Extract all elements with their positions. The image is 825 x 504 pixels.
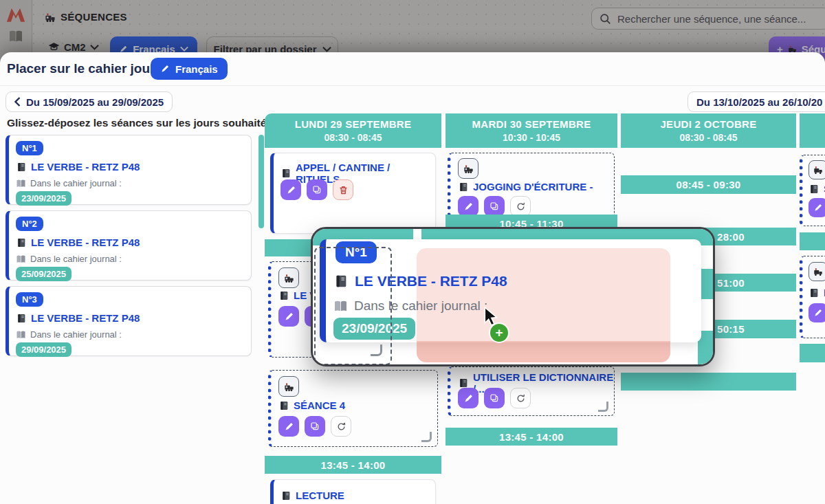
seance-number-badge: N°3 [16, 292, 43, 307]
session-title: LECTURE [296, 490, 344, 501]
edit-button[interactable] [808, 303, 825, 322]
day-first-slot: 10:30 - 10:45 [446, 132, 617, 143]
chevron-left-icon [14, 97, 21, 107]
time-slot-bar[interactable]: 13:45 - 14:00 [446, 428, 617, 446]
seance-title: LE VERBE - RETZ P48 [31, 237, 140, 248]
notebook-icon [808, 184, 820, 195]
notebook-icon [280, 168, 292, 179]
time-slot-bar[interactable]: 13:45 - 14:00 [265, 456, 441, 474]
drag-drop-hint: Glissez-déposez les séances sur les jour… [7, 117, 275, 129]
duplicate-button[interactable] [305, 416, 325, 437]
open-book-icon [16, 331, 26, 339]
calendar-session-partial-1[interactable]: S [800, 155, 825, 226]
day-first-slot: 08:30 - 08:45 [265, 132, 441, 143]
drag-preview-magnifier: N°1 LE VERBE - RETZ P48 Dans le cahier j… [311, 227, 715, 366]
edit-button[interactable] [808, 198, 825, 217]
day-first-slot: 08:30 - 08:45 [621, 132, 796, 143]
notebook-icon [278, 290, 289, 301]
calendar-session-partial-2[interactable]: D [800, 256, 825, 338]
day-label: LUNDI 29 SEPTEMBRE [265, 118, 441, 130]
journal-label: Dans le cahier journal : [30, 178, 122, 188]
train-button[interactable] [278, 376, 299, 397]
edit-button[interactable] [458, 196, 478, 217]
notebook-icon [278, 400, 289, 411]
edit-button[interactable] [278, 306, 299, 327]
time-slot-label: 28:00 [717, 231, 745, 243]
duplicate-button[interactable] [307, 179, 327, 200]
train-button[interactable] [458, 158, 478, 179]
calendar-session-dictionnaire[interactable]: UTILISER LE DICTIONNAIRE /... [448, 366, 615, 416]
time-slot-bar[interactable] [800, 232, 825, 250]
journal-label: Dans le cahier journal : [30, 329, 122, 340]
calendar-session-jogging[interactable]: JOGGING D'ÉCRITURE - [448, 153, 615, 219]
next-period-button[interactable]: Du 13/10/2025 au 26/10/20 [688, 91, 825, 112]
calendar-session-appel[interactable]: APPEL / CANTINE / RITUELS ... [270, 153, 436, 234]
calendar-session-seance4[interactable]: SÉANCE 4 [268, 370, 438, 447]
drop-add-icon: + [490, 324, 508, 342]
refresh-button[interactable] [510, 388, 531, 408]
resize-handle [371, 344, 382, 356]
modal-subject-badge: Français [151, 58, 228, 80]
train-button[interactable] [278, 267, 299, 288]
session-title: SÉANCE 4 [294, 399, 345, 411]
seance-number-badge: N°2 [16, 217, 43, 231]
resize-handle[interactable] [598, 402, 608, 412]
place-on-journal-modal: Placer sur le cahier journal Français Du… [0, 52, 825, 504]
time-slot-label: 13:45 - 14:00 [499, 431, 564, 443]
day-label: JEUDI 2 OCTOBRE [621, 118, 796, 130]
time-slot-label: 50:15 [717, 323, 745, 335]
time-slot-label: 51:00 [717, 277, 745, 289]
modal-header: Placer sur le cahier journal Français [0, 52, 825, 86]
open-book-icon [16, 179, 26, 188]
modal-subject-label: Français [175, 63, 218, 75]
draggable-seance-card-2[interactable]: N°2 LE VERBE - RETZ P48 Dans le cahier j… [6, 210, 252, 281]
seance-number-badge: N°1 [16, 141, 43, 155]
edit-button[interactable] [458, 388, 478, 408]
day-column-header-jeudi: JEUDI 2 OCTOBRE 08:30 - 08:45 [621, 113, 796, 148]
train-button[interactable] [808, 160, 825, 179]
day-column-header-lundi: LUNDI 29 SEPTEMBRE 08:30 - 08:45 [265, 113, 441, 148]
day-label: MARDI 30 SEPTEMBRE [446, 118, 617, 130]
time-slot-bar[interactable] [621, 373, 796, 391]
time-slot-bar[interactable]: 08:45 - 09:30 [621, 175, 796, 194]
next-period-label: Du 13/10/2025 au 26/10/20 [696, 96, 822, 108]
day-column-header-mardi: MARDI 30 SEPTEMBRE 10:30 - 10:45 [446, 113, 617, 148]
calendar-session-lecture[interactable]: LECTURE [270, 479, 436, 504]
edit-button[interactable] [280, 179, 301, 200]
drop-target-highlight-strip [417, 341, 670, 362]
resize-handle[interactable] [421, 432, 432, 442]
journal-date-badge: 25/09/2025 [16, 267, 72, 281]
prev-period-label: Du 15/09/2025 au 29/09/2025 [26, 96, 164, 108]
notebook-icon [458, 182, 469, 193]
prev-period-button[interactable]: Du 15/09/2025 au 29/09/2025 [6, 91, 173, 112]
train-button[interactable] [808, 262, 825, 281]
app-root: SÉQUENCES Rechercher une séquence, une s… [0, 0, 825, 504]
duplicate-button[interactable] [484, 196, 505, 217]
time-slot-label: 13:45 - 14:00 [321, 459, 386, 471]
time-slot-bar[interactable] [800, 344, 825, 362]
notebook-icon [16, 237, 27, 248]
delete-button[interactable] [333, 179, 353, 200]
session-title: JOGGING D'ÉCRITURE - [473, 181, 593, 193]
refresh-button[interactable] [331, 416, 351, 437]
seance-title: LE VERBE - RETZ P48 [31, 312, 140, 324]
journal-date-badge: 23/09/2025 [16, 191, 72, 206]
open-book-icon [16, 255, 26, 263]
time-slot-label: 08:45 - 09:30 [676, 179, 741, 190]
scroll-indicator [258, 135, 264, 228]
notebook-icon [280, 490, 292, 501]
seance-title: LE VERBE - RETZ P48 [31, 161, 140, 173]
notebook-icon [16, 162, 27, 173]
journal-date-badge: 29/09/2025 [16, 342, 72, 357]
edit-button[interactable] [278, 416, 299, 437]
duplicate-button[interactable] [484, 388, 505, 408]
draggable-seance-card-1[interactable]: N°1 LE VERBE - RETZ P48 Dans le cahier j… [6, 135, 252, 205]
refresh-button[interactable] [510, 196, 531, 217]
day-column-header-partial [800, 113, 825, 148]
pencil-icon [160, 64, 170, 74]
draggable-seance-card-3[interactable]: N°3 LE VERBE - RETZ P48 Dans le cahier j… [6, 286, 252, 356]
notebook-icon [16, 313, 27, 324]
notebook-icon [808, 287, 820, 298]
modal-title: Placer sur le cahier journal [7, 61, 174, 76]
journal-label: Dans le cahier journal : [30, 254, 122, 264]
